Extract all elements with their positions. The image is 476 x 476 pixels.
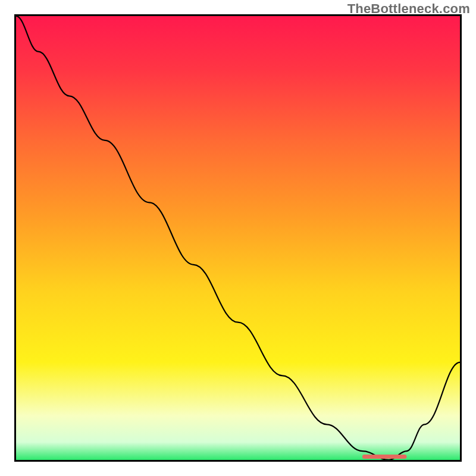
optimal-range-marker: [362, 455, 407, 459]
gradient-background: [16, 16, 460, 460]
chart-svg: [16, 16, 460, 460]
chart-container: TheBottleneck.com: [0, 0, 476, 476]
plot-frame: [14, 14, 462, 462]
plot-area: [16, 16, 460, 460]
watermark-text: TheBottleneck.com: [347, 1, 470, 17]
marker-group: [362, 455, 407, 459]
